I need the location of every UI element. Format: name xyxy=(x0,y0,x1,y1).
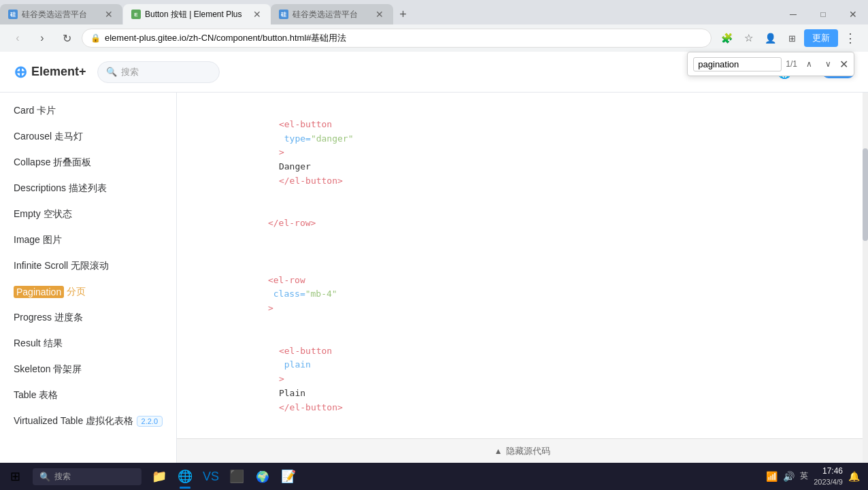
notification-icon[interactable]: 🔔 xyxy=(848,471,860,482)
taskbar-app-edge[interactable]: 🌐 xyxy=(173,463,197,490)
bookmark-icon[interactable]: ☆ xyxy=(739,29,758,48)
new-tab-button[interactable]: + xyxy=(394,5,413,24)
tab1-close[interactable]: ✕ xyxy=(103,9,114,20)
taskbar-app-vscode[interactable]: VS xyxy=(199,463,223,490)
menu-icon[interactable]: ⋮ xyxy=(841,29,860,48)
sidebar-item-pagination[interactable]: Pagination 分页 xyxy=(0,279,176,305)
sidebar-active-highlight: Pagination xyxy=(14,286,64,298)
reload-button[interactable]: ↻ xyxy=(57,29,76,48)
profile-icon[interactable]: 👤 xyxy=(761,29,780,48)
tab3-favicon: 硅 xyxy=(279,10,288,19)
search-placeholder: 搜索 xyxy=(121,66,139,78)
logo-text: Element+ xyxy=(31,65,86,79)
tab3-label: 硅谷类选运营平台 xyxy=(293,9,365,20)
taskbar-app-notion[interactable]: 📝 xyxy=(276,463,301,490)
sidebar-item-skeleton[interactable]: Skeleton 骨架屏 xyxy=(0,357,176,382)
browser-tab-2[interactable]: E Button 按钮 | Element Plus ✕ xyxy=(123,4,271,24)
taskbar-time: 17:46 xyxy=(814,466,843,477)
tab1-label: 硅谷类选运营平台 xyxy=(22,9,94,20)
code-panel: <el-button type="danger" > Danger </el-b… xyxy=(177,93,868,463)
minimize-button[interactable]: ─ xyxy=(778,2,808,27)
address-bar[interactable]: 🔒 element-plus.gitee.io/zh-CN/component/… xyxy=(82,29,712,48)
sidebar-item-result[interactable]: Result 结果 xyxy=(0,331,176,357)
sidebar-item-image[interactable]: Image 图片 xyxy=(0,227,176,253)
taskbar-app-chrome[interactable]: 🌍 xyxy=(250,463,275,490)
update-button[interactable]: 更新 xyxy=(804,29,838,47)
code-line-blank1 xyxy=(193,245,852,259)
code-block: <el-button type="danger" > Danger </el-b… xyxy=(193,103,852,463)
browser-tab-1[interactable]: 硅 硅谷类选运营平台 ✕ xyxy=(0,4,122,24)
taskbar-date: 2023/4/9 xyxy=(814,477,843,487)
browser-tab-3[interactable]: 硅 硅谷类选运营平台 ✕ xyxy=(271,4,393,24)
taskbar-search[interactable]: 🔍 搜索 xyxy=(33,468,141,485)
network-icon[interactable]: 📶 xyxy=(766,471,778,482)
find-bar: 1/1 ∧ ∨ ✕ xyxy=(687,52,854,76)
input-method-en[interactable]: 英 xyxy=(800,470,808,482)
tab2-favicon: E xyxy=(131,10,141,19)
find-close-button[interactable]: ✕ xyxy=(839,58,848,71)
code-content[interactable]: <el-button type="danger" > Danger </el-b… xyxy=(177,93,868,463)
taskbar-clock[interactable]: 17:46 2023/4/9 xyxy=(814,466,843,487)
logo[interactable]: ⊕ Element+ xyxy=(14,63,86,82)
hide-source-button[interactable]: ▲ 隐藏源代码 xyxy=(177,438,868,463)
tab2-close[interactable]: ✕ xyxy=(252,9,263,20)
taskbar-apps: 📁 🌐 VS ⬛ 🌍 📝 xyxy=(147,463,301,490)
code-line-1: <el-button type="danger" > Danger </el-b… xyxy=(193,103,852,203)
site-body: Card 卡片 Carousel 走马灯 Collapse 折叠面板 Descr… xyxy=(0,93,868,463)
sidebar-item-progress[interactable]: Progress 进度条 xyxy=(0,305,176,331)
taskbar-right: 📶 🔊 英 17:46 2023/4/9 🔔 xyxy=(766,466,868,487)
search-icon: 🔍 xyxy=(106,67,117,77)
sidebar-item-card[interactable]: Card 卡片 xyxy=(0,98,176,124)
tab2-label: Button 按钮 | Element Plus xyxy=(145,9,242,20)
taskbar-app-explorer[interactable]: 📁 xyxy=(147,463,171,490)
extensions-icon[interactable]: 🧩 xyxy=(717,29,736,48)
find-count: 1/1 xyxy=(786,59,797,69)
maximize-button[interactable]: □ xyxy=(808,2,838,27)
taskbar-search-icon: 🔍 xyxy=(39,472,50,482)
find-next-button[interactable]: ∨ xyxy=(820,56,835,71)
scroll-right-thumb[interactable] xyxy=(863,148,868,241)
code-line-2: </el-row> xyxy=(193,203,852,245)
back-button[interactable]: ‹ xyxy=(8,29,27,48)
header-search[interactable]: 🔍 搜索 xyxy=(97,61,220,83)
forward-button[interactable]: › xyxy=(33,29,52,48)
scroll-right-track[interactable] xyxy=(863,93,868,463)
sidebar-toggle[interactable]: ⊞ xyxy=(782,29,801,48)
hide-source-label: 隐藏源代码 xyxy=(506,445,550,457)
sidebar-item-infinite-scroll[interactable]: Infinite Scroll 无限滚动 xyxy=(0,253,176,279)
sidebar: Card 卡片 Carousel 走马灯 Collapse 折叠面板 Descr… xyxy=(0,93,177,463)
sound-icon[interactable]: 🔊 xyxy=(783,471,795,482)
virtualized-table-label: Virtualized Table 虚拟化表格 xyxy=(14,415,133,427)
sidebar-item-carousel[interactable]: Carousel 走马灯 xyxy=(0,124,176,150)
code-line-5: <el-button plain > Plain </el-button> xyxy=(193,330,852,429)
code-line-4: <el-row class="mb-4" > xyxy=(193,259,852,330)
taskbar: ⊞ 🔍 搜索 📁 🌐 VS ⬛ 🌍 📝 📶 🔊 英 xyxy=(0,463,868,490)
sidebar-item-table[interactable]: Table 表格 xyxy=(0,382,176,408)
sidebar-item-virtualized-table[interactable]: Virtualized Table 虚拟化表格 2.2.0 xyxy=(0,408,176,434)
collapse-icon: ▲ xyxy=(495,446,503,456)
find-input[interactable] xyxy=(693,57,782,71)
sidebar-item-descriptions[interactable]: Descriptions 描述列表 xyxy=(0,176,176,201)
taskbar-search-label: 搜索 xyxy=(54,471,71,483)
taskbar-app-terminal[interactable]: ⬛ xyxy=(224,463,249,490)
taskbar-sys-icons: 📶 🔊 英 xyxy=(766,470,808,482)
lock-icon: 🔒 xyxy=(90,33,101,43)
start-button[interactable]: ⊞ xyxy=(0,463,30,490)
tab3-close[interactable]: ✕ xyxy=(374,9,385,20)
url-text: element-plus.gitee.io/zh-CN/component/bu… xyxy=(105,32,703,44)
sidebar-item-empty[interactable]: Empty 空状态 xyxy=(0,201,176,227)
sidebar-item-collapse[interactable]: Collapse 折叠面板 xyxy=(0,150,176,176)
find-prev-button[interactable]: ∧ xyxy=(801,56,816,71)
logo-icon: ⊕ xyxy=(14,63,27,82)
tab1-favicon: 硅 xyxy=(8,10,18,19)
version-tag: 2.2.0 xyxy=(137,416,163,427)
close-button[interactable]: ✕ xyxy=(838,2,868,27)
